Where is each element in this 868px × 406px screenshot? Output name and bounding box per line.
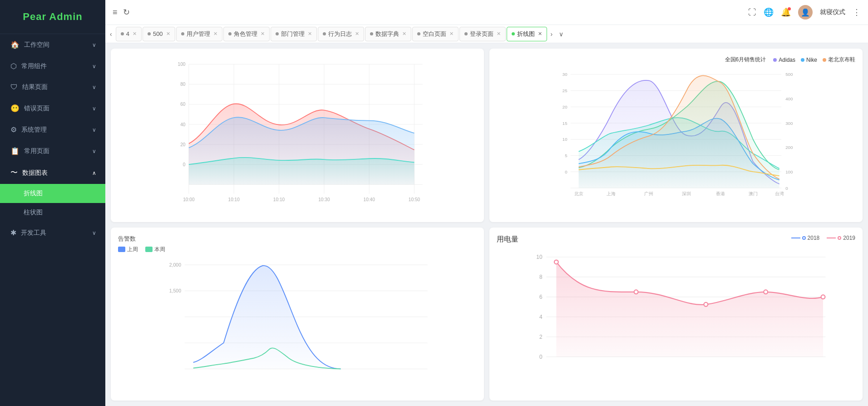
main-content: ≡ ↻ ⛶ 🌐 🔔 👤 就寝仪式 ⋮ ‹ 4 ✕ 500 ✕ 用户管理 ✕ — [105, 0, 868, 406]
svg-text:深圳: 深圳 — [682, 191, 691, 196]
svg-text:5: 5 — [565, 153, 567, 158]
svg-text:0: 0 — [565, 169, 567, 174]
sidebar-item-error[interactable]: 😶 错误页面 ∨ — [0, 98, 105, 119]
legend-2019: 2019 — [843, 235, 855, 241]
tab-close-icon[interactable]: ✕ — [213, 31, 217, 37]
tab-label: 行为日志 — [328, 30, 352, 38]
tab-label: 登录页面 — [470, 30, 493, 38]
more-icon[interactable]: ⋮ — [853, 7, 861, 17]
tab-500[interactable]: 500 ✕ — [143, 27, 175, 41]
sidebar-item-label: 数据图表 — [22, 169, 48, 177]
legend-label-last-week: 上周 — [127, 246, 138, 253]
tab-close-icon[interactable]: ✕ — [449, 31, 454, 37]
svg-text:10:50: 10:50 — [409, 197, 420, 202]
sidebar-item-label: 常用组件 — [21, 62, 47, 70]
chart2-legend-nike: Nike — [806, 57, 817, 63]
tab-close-icon[interactable]: ✕ — [538, 31, 542, 37]
tab-behavior-log[interactable]: 行为日志 ✕ — [318, 27, 364, 41]
sidebar-item-label: 结果页面 — [22, 83, 48, 91]
tab-blank-page[interactable]: 空白页面 ✕ — [412, 27, 459, 41]
tabs-prev-button[interactable]: ‹ — [107, 30, 115, 38]
chart3-title: 告警数 — [118, 235, 477, 243]
tab-user-management[interactable]: 用户管理 ✕ — [176, 27, 222, 41]
svg-text:20: 20 — [180, 142, 186, 147]
svg-text:北京: 北京 — [574, 191, 583, 196]
sub-item-label: 柱状图 — [24, 208, 43, 217]
sidebar-item-label: 开发工具 — [21, 229, 46, 237]
sidebar-item-workspace[interactable]: 🏠 工作空间 ∨ — [0, 34, 105, 55]
globe-icon[interactable]: 🌐 — [764, 7, 774, 17]
tabs-next-button[interactable]: › — [548, 30, 556, 38]
sidebar-item-pages[interactable]: 📋 常用页面 ∨ — [0, 140, 105, 162]
tab-dot — [464, 32, 468, 35]
svg-point-73 — [634, 290, 638, 294]
svg-text:80: 80 — [180, 82, 186, 87]
svg-text:100: 100 — [178, 62, 186, 67]
tab-data-dict[interactable]: 数据字典 ✕ — [365, 27, 411, 41]
sub-item-label: 折线图 — [24, 189, 43, 198]
tab-label: 500 — [153, 30, 163, 37]
tab-dot — [512, 32, 515, 35]
tab-dot — [121, 32, 124, 35]
svg-text:200: 200 — [785, 145, 793, 150]
tab-label: 4 — [126, 30, 129, 37]
tab-close-icon[interactable]: ✕ — [497, 31, 501, 37]
svg-text:1,500: 1,500 — [169, 288, 181, 293]
tab-close-icon[interactable]: ✕ — [355, 31, 359, 37]
sidebar-item-devtools[interactable]: ✱ 开发工具 ∨ — [0, 222, 105, 243]
tab-4[interactable]: 4 ✕ — [116, 27, 142, 41]
username-label[interactable]: 就寝仪式 — [820, 8, 845, 16]
tab-role-management[interactable]: 角色管理 ✕ — [223, 27, 270, 41]
chevron-down-icon: ∨ — [92, 230, 96, 236]
tab-close-icon[interactable]: ✕ — [308, 31, 312, 37]
tabs-expand-button[interactable]: ∨ — [556, 30, 566, 38]
tab-dept-management[interactable]: 部门管理 ✕ — [271, 27, 317, 41]
fullscreen-icon[interactable]: ⛶ — [748, 8, 756, 17]
chevron-up-icon: ∧ — [92, 170, 96, 176]
tab-close-icon[interactable]: ✕ — [133, 31, 137, 37]
svg-text:台湾: 台湾 — [775, 191, 784, 196]
sidebar-item-system[interactable]: ⚙ 系统管理 ∨ — [0, 119, 105, 140]
tab-line-chart[interactable]: 折线图 ✕ — [507, 27, 547, 41]
sidebar-item-result[interactable]: 🛡 结果页面 ∨ — [0, 77, 105, 98]
pages-icon: 📋 — [10, 147, 20, 155]
tab-close-icon[interactable]: ✕ — [261, 31, 265, 37]
tabs-bar: ‹ 4 ✕ 500 ✕ 用户管理 ✕ 角色管理 ✕ 部门管理 ✕ 行为日 — [105, 25, 868, 43]
svg-text:10:10: 10:10 — [228, 197, 240, 202]
svg-text:4: 4 — [539, 314, 542, 320]
legend-box-blue — [118, 247, 125, 252]
header-right: ⛶ 🌐 🔔 👤 就寝仪式 ⋮ — [748, 5, 861, 20]
svg-text:300: 300 — [785, 121, 793, 126]
menu-toggle-icon[interactable]: ≡ — [113, 8, 118, 17]
bell-icon[interactable]: 🔔 — [781, 7, 791, 17]
svg-text:上海: 上海 — [607, 191, 616, 196]
svg-point-72 — [554, 260, 558, 264]
sidebar: Pear Admin 🏠 工作空间 ∨ ⬡ 常用组件 ∨ 🛡 结果页面 ∨ 😶 … — [0, 0, 105, 406]
content-area: 100 80 60 40 20 0 10:00 10:10 10:10 10:3… — [105, 43, 868, 406]
legend-label-this-week: 本周 — [154, 246, 165, 253]
refresh-icon[interactable]: ↻ — [123, 7, 130, 17]
sidebar-item-label: 系统管理 — [21, 126, 47, 134]
sidebar-item-components[interactable]: ⬡ 常用组件 ∨ — [0, 55, 105, 77]
tab-dot — [181, 32, 184, 35]
sidebar-item-line-chart[interactable]: 折线图 — [0, 184, 105, 203]
svg-text:2,000: 2,000 — [169, 262, 181, 267]
svg-text:60: 60 — [180, 102, 186, 107]
svg-point-74 — [704, 302, 708, 306]
svg-text:10:30: 10:30 — [318, 197, 330, 202]
tab-dot — [276, 32, 279, 35]
tab-close-icon[interactable]: ✕ — [402, 31, 406, 37]
sidebar-item-bar-chart[interactable]: 柱状图 — [0, 203, 105, 222]
tab-dot — [417, 32, 420, 35]
svg-text:40: 40 — [180, 122, 186, 127]
tab-login-page[interactable]: 登录页面 ✕ — [459, 27, 506, 41]
sales-line-chart: 全国6月销售统计 Adidas Nike 老北京布鞋 — [489, 49, 863, 222]
chevron-down-icon: ∨ — [92, 84, 96, 90]
avatar: 👤 — [798, 5, 813, 20]
svg-text:20: 20 — [562, 104, 567, 109]
svg-text:500: 500 — [785, 72, 793, 77]
sidebar-item-charts[interactable]: 〜 数据图表 ∧ — [0, 162, 105, 184]
tab-close-icon[interactable]: ✕ — [166, 31, 170, 37]
system-icon: ⚙ — [10, 125, 17, 134]
error-icon: 😶 — [10, 104, 20, 113]
